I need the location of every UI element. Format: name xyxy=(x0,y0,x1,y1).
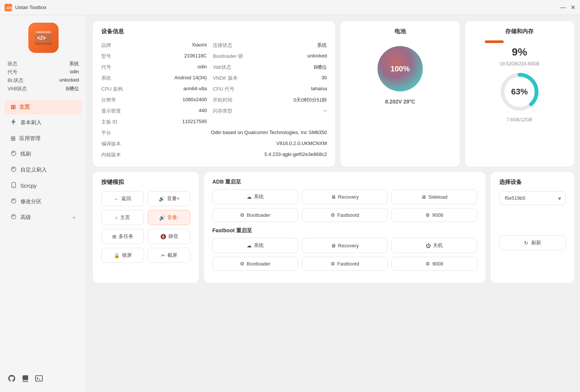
build-label: 编译版本 xyxy=(101,139,123,149)
sidebar-item-flash[interactable]: 基本刷入 xyxy=(5,115,82,130)
bl-lock-value: unlocked xyxy=(249,51,327,61)
adb-sideload-btn[interactable]: 🖥 Sideload xyxy=(391,189,477,204)
bl-label: BL状态 xyxy=(8,77,23,84)
info-row-codename: 代号 odin xyxy=(8,69,79,76)
mute-label: 静音 xyxy=(169,233,178,240)
empty-value xyxy=(249,117,327,127)
vab-label: VAB状态 xyxy=(8,85,27,92)
logo-box: </> xyxy=(28,23,59,53)
sidebar-item-partition[interactable]: 修改分区 xyxy=(5,194,82,209)
storage-percent: 9% xyxy=(512,46,527,58)
vab2-value: B槽位 xyxy=(249,62,327,72)
home-btn-icon: ○ xyxy=(115,215,118,221)
key-grid: ← 返回 🔊 音量+ ○ 主页 🔊 音量- xyxy=(101,191,190,263)
fb-system-btn[interactable]: ☁ 系统 xyxy=(212,238,298,253)
refresh-icon: ↻ xyxy=(524,240,528,246)
lockscreen-button[interactable]: 🔒 锁屏 xyxy=(101,248,144,263)
fb-fastbootd-btn[interactable]: ⚙ Fastbootd xyxy=(302,257,388,271)
refresh-button[interactable]: ↻ 刷新 xyxy=(499,235,566,250)
book-icon[interactable] xyxy=(21,374,29,384)
home-button[interactable]: ○ 主页 xyxy=(101,210,144,225)
codename-label: 代号 xyxy=(8,69,17,76)
fb-recovery-btn[interactable]: 🖥 Recovery xyxy=(302,238,388,253)
svg-rect-5 xyxy=(36,31,51,33)
home-label: 主页 xyxy=(19,104,30,111)
content-area: 设备信息 品牌 Xiaomi 连接状态 系统 型号 2106118C Bootl… xyxy=(87,15,580,392)
fb-9008-btn[interactable]: ⚙ 9008 xyxy=(391,257,477,271)
vol-up-button[interactable]: 🔊 音量+ xyxy=(148,191,190,206)
os-value: Android 14(34) xyxy=(129,73,207,83)
screenshot-button[interactable]: ✂ 截屏 xyxy=(148,248,190,263)
fb-shutdown-btn[interactable]: ⏻ 关机 xyxy=(391,238,477,253)
vab-value: B槽位 xyxy=(66,85,79,92)
storage-card: 存储和内存 9% 19.52GB/224.60GB 63% 7.6GB/1 xyxy=(465,21,574,167)
sidebar-item-customflash[interactable]: 自定义刷入 xyxy=(5,162,82,177)
bl-lock-label: Bootloader 锁 xyxy=(213,51,243,61)
device-select-input[interactable]: f5e519b5 xyxy=(499,191,566,205)
sidebar-item-home[interactable]: ⊞ 主页 xyxy=(5,100,82,114)
fastboot-reboot-section: Fastboot 重启至 ☁ 系统 🖥 Recovery ⏻ 关机 xyxy=(212,227,477,271)
sidebar-item-scrcpy[interactable]: Scrcpy xyxy=(5,178,82,193)
minimize-button[interactable]: — xyxy=(560,5,566,11)
device-select-title: 选择设备 xyxy=(499,179,566,186)
adb-system-icon: ☁ xyxy=(247,194,252,200)
device-info-grid: 品牌 Xiaomi 连接状态 系统 型号 2106118C Bootloader… xyxy=(101,40,327,160)
advanced-icon xyxy=(11,214,17,221)
uptime-label: 开机时间 xyxy=(213,95,243,105)
svg-text:</>: </> xyxy=(37,35,46,41)
sidebar-item-appmanage[interactable]: ⊞ 应用管理 xyxy=(5,131,82,146)
multitask-label: 多任务 xyxy=(119,233,133,240)
multitask-button[interactable]: ⊞ 多任务 xyxy=(101,229,144,244)
fastboot-reboot-title: Fastboot 重启至 xyxy=(212,227,477,234)
vol-down-button[interactable]: 🔊 音量- xyxy=(148,210,190,225)
memory-donut: 63% xyxy=(499,71,540,113)
scrcpy-label: Scrcpy xyxy=(20,183,37,189)
back-button[interactable]: ← 返回 xyxy=(101,191,144,206)
fb-bootloader-icon: ⚙ xyxy=(240,261,244,267)
adb-reboot-title: ADB 重启至 xyxy=(212,179,477,185)
app-title: Uotan Toolbox xyxy=(15,5,557,10)
storage-used: 19.52GB/224.60GB xyxy=(500,61,539,66)
mute-button[interactable]: 🔇 静音 xyxy=(148,229,190,244)
sidebar-logo: </> xyxy=(0,23,87,53)
fb-recovery-icon: 🖥 xyxy=(331,243,336,248)
conn-label: 连接状态 xyxy=(213,40,243,50)
battery-percent: 100% xyxy=(390,65,410,73)
lockscreen-label: 锁屏 xyxy=(122,252,132,259)
svg-point-15 xyxy=(13,215,14,216)
cpu-name-label: CPU 代号 xyxy=(213,84,243,94)
battery-detail: 8.202V 29°C xyxy=(385,99,415,105)
info-row-vab: VAB状态 B槽位 xyxy=(8,85,79,92)
adb-system-btn[interactable]: ☁ 系统 xyxy=(212,189,298,204)
adb-bootloader-btn[interactable]: ⚙ Bootloader xyxy=(212,208,298,222)
screenshot-icon: ✂ xyxy=(161,253,165,258)
vol-up-label: 音量+ xyxy=(167,195,180,202)
storage-section: 9% 19.52GB/224.60GB 63% 7.6GB/12GB xyxy=(473,40,566,122)
platform-value: Odin based on Qualcomm Technologies, Inc… xyxy=(129,128,327,138)
github-icon[interactable] xyxy=(8,374,16,384)
close-button[interactable]: ✕ xyxy=(571,5,575,11)
sidebar-item-advanced[interactable]: 高级 ▼ xyxy=(5,210,82,225)
adb-fastbootd-btn[interactable]: ⚙ Fastbootd xyxy=(302,208,388,222)
adb-9008-btn[interactable]: ⚙ 9008 xyxy=(391,208,477,222)
adb-fastbootd-icon: ⚙ xyxy=(331,212,335,218)
cpu-name-value: lahaina xyxy=(249,84,327,94)
terminal-icon[interactable] xyxy=(35,374,43,384)
adb-recovery-btn[interactable]: 🖥 Recovery xyxy=(302,189,388,204)
battery-circle: 100% xyxy=(376,44,425,93)
fb-bootloader-btn[interactable]: ⚙ Bootloader xyxy=(212,257,298,271)
res-label: 分辨率 xyxy=(101,95,123,105)
lineflash-icon xyxy=(11,150,17,158)
device-info-card: 设备信息 品牌 Xiaomi 连接状态 系统 型号 2106118C Bootl… xyxy=(93,21,335,167)
vab2-label: Vab状态 xyxy=(213,62,243,72)
sidebar-item-lineflash[interactable]: 线刷 xyxy=(5,147,82,162)
bl-value: unlocked xyxy=(59,77,79,84)
adb-fastbootd-label: Fastbootd xyxy=(337,212,359,218)
partition-label: 修改分区 xyxy=(20,198,42,205)
fastboot-btn-grid: ☁ 系统 🖥 Recovery ⏻ 关机 ⚙ xyxy=(212,238,477,271)
storage-title: 存储和内存 xyxy=(505,28,534,35)
adb-reboot-section: ADB 重启至 ☁ 系统 🖥 Recovery 🖥 Sideload xyxy=(212,179,477,222)
fb-9008-icon: ⚙ xyxy=(425,261,430,267)
empty-label xyxy=(213,117,243,127)
vol-down-label: 音量- xyxy=(167,214,179,221)
